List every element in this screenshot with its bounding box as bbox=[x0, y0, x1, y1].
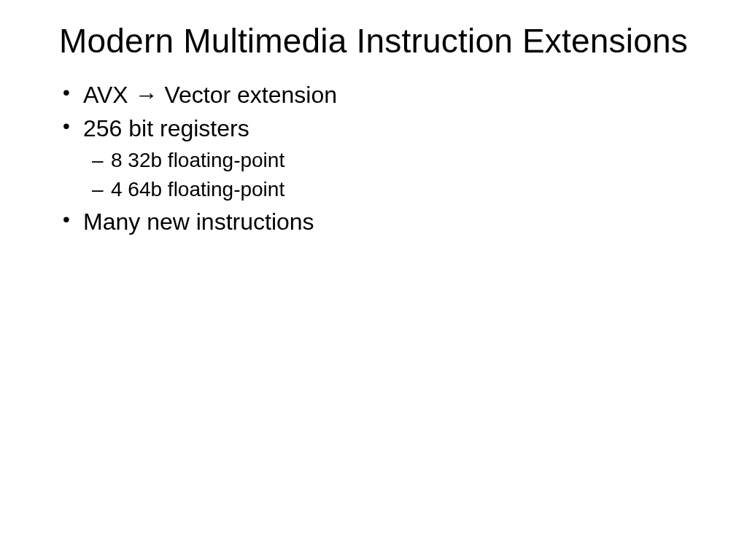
bullet-item: 256 bit registers bbox=[58, 112, 703, 145]
bullet-item: Many new instructions bbox=[58, 205, 703, 238]
bullet-sub-item: 4 64b floating-point bbox=[58, 175, 703, 205]
bullet-item: AVX → Vector extension bbox=[58, 78, 703, 112]
slide-title: Modern Multimedia Instruction Extensions bbox=[44, 22, 703, 61]
slide-content: AVX → Vector extension 256 bit registers… bbox=[44, 78, 703, 238]
bullet-sub-item: 8 32b floating-point bbox=[58, 146, 703, 176]
